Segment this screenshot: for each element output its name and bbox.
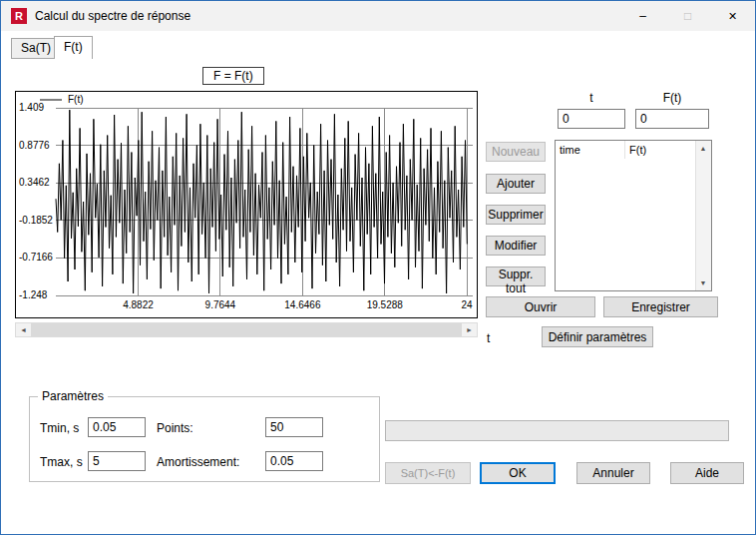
minimize-icon: – [639, 9, 646, 23]
chart-canvas: 1.4090.87760.3462-0.1852-0.7166-1.2484.8… [16, 92, 477, 317]
t-axis-label: t [487, 331, 490, 345]
ft-chart: 1.4090.87760.3462-0.1852-0.7166-1.2484.8… [15, 91, 478, 318]
table-body[interactable] [556, 159, 696, 290]
sat-from-ft-button: Sa(T)<-F(t) [385, 462, 471, 484]
points-input[interactable] [265, 417, 323, 437]
tmin-label: Tmin, s [40, 421, 79, 435]
damping-input[interactable] [265, 451, 323, 471]
cancel-button[interactable]: Annuler [576, 462, 650, 484]
delete-button[interactable]: Supprimer [486, 205, 546, 225]
svg-text:9.7644: 9.7644 [205, 299, 236, 310]
svg-text:19.5288: 19.5288 [367, 299, 404, 310]
progress-bar [385, 420, 729, 441]
title-bar: R Calcul du spectre de réponse – □ ✕ [1, 1, 755, 31]
svg-text:-0.7166: -0.7166 [19, 252, 53, 263]
tmin-input[interactable] [88, 417, 146, 437]
add-button[interactable]: Ajouter [486, 174, 546, 194]
delete-all-button[interactable]: Suppr. tout [486, 267, 546, 286]
parameters-group: Paramètres Tmin, s Points: Tmax, s Amort… [29, 396, 380, 482]
scroll-down-arrow-icon[interactable]: ▼ [696, 275, 710, 290]
tab-ft[interactable]: F(t) [54, 36, 93, 59]
ok-button[interactable]: OK [480, 462, 556, 484]
t-entry-label: t [558, 91, 625, 105]
define-parameters-button[interactable]: Définir paramètres [542, 326, 653, 347]
chart-hscrollbar[interactable]: ◄ ► [15, 322, 478, 337]
new-button: Nouveau [486, 142, 546, 162]
svg-text:24: 24 [461, 299, 473, 310]
svg-text:-0.1852: -0.1852 [19, 215, 53, 226]
scroll-up-arrow-icon[interactable]: ▲ [696, 141, 710, 156]
column-header-ft: F(t) [625, 141, 696, 159]
points-label: Points: [157, 421, 193, 435]
tmax-input[interactable] [88, 451, 146, 471]
save-button[interactable]: Enregistrer [603, 296, 718, 317]
tmax-label: Tmax, s [40, 455, 83, 469]
minimize-button[interactable]: – [620, 1, 665, 31]
app-icon: R [11, 8, 27, 24]
help-button[interactable]: Aide [670, 462, 744, 484]
close-icon: ✕ [728, 10, 737, 22]
svg-text:0.8776: 0.8776 [19, 140, 50, 151]
svg-text:1.409: 1.409 [19, 102, 44, 113]
ft-input[interactable] [635, 109, 709, 129]
formula-label: F = F(t) [202, 67, 264, 85]
open-button[interactable]: Ouvrir [486, 296, 595, 317]
modify-button[interactable]: Modifier [486, 236, 546, 256]
svg-text:14.6466: 14.6466 [284, 299, 321, 310]
points-table[interactable]: time F(t) ▲ ▼ [555, 140, 712, 291]
dialog-window: R Calcul du spectre de réponse – □ ✕ Sa(… [0, 0, 756, 535]
maximize-button: □ [665, 1, 710, 31]
scroll-right-arrow-icon[interactable]: ► [462, 323, 477, 336]
svg-text:4.8822: 4.8822 [123, 299, 154, 310]
column-header-time: time [556, 141, 625, 159]
damping-label: Amortissement: [157, 455, 239, 469]
scroll-left-arrow-icon[interactable]: ◄ [16, 323, 31, 336]
maximize-icon: □ [684, 9, 691, 23]
parameters-group-title: Paramètres [38, 389, 108, 403]
t-input[interactable] [558, 109, 625, 129]
svg-text:0.3462: 0.3462 [19, 177, 50, 188]
ft-entry-label: F(t) [635, 91, 709, 105]
window-title: Calcul du spectre de réponse [35, 1, 190, 31]
svg-text:F(t): F(t) [68, 94, 84, 105]
hscroll-thumb[interactable] [31, 323, 462, 336]
table-vscrollbar[interactable]: ▲ ▼ [695, 141, 711, 290]
close-button[interactable]: ✕ [710, 1, 755, 31]
table-header: time F(t) [556, 141, 696, 160]
svg-text:-1.248: -1.248 [19, 289, 48, 300]
